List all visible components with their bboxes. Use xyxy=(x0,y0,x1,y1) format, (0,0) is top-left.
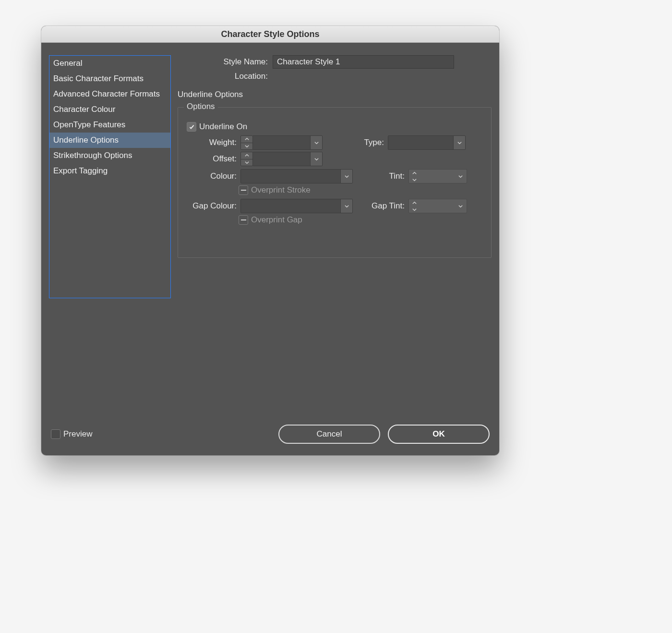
weight-value xyxy=(253,136,310,149)
sidebar-item-general[interactable]: General xyxy=(49,56,170,71)
colour-value xyxy=(241,170,340,183)
chevron-down-icon xyxy=(344,174,349,179)
cancel-button[interactable]: Cancel xyxy=(278,425,380,444)
weight-label: Weight: xyxy=(187,138,240,147)
chevron-down-icon xyxy=(314,157,319,162)
gap-tint-stepper[interactable] xyxy=(408,199,467,213)
chevron-down-icon xyxy=(314,140,319,146)
sidebar-item-export-tagging[interactable]: Export Tagging xyxy=(49,163,170,179)
gap-tint-label: Gap Tint: xyxy=(353,201,408,211)
sidebar-item-underline-options[interactable]: Underline Options xyxy=(49,133,170,148)
window-titlebar: Character Style Options xyxy=(41,26,499,43)
chevron-up-icon xyxy=(244,136,250,142)
ok-button[interactable]: OK xyxy=(388,425,490,444)
chevron-down-icon xyxy=(412,207,417,212)
offset-label: Offset: xyxy=(187,154,240,164)
preview-checkbox[interactable] xyxy=(51,429,60,439)
tint-label: Tint: xyxy=(353,171,408,181)
minus-icon xyxy=(241,219,246,220)
panel-section-title: Underline Options xyxy=(178,90,492,99)
offset-dropdown[interactable] xyxy=(252,152,323,166)
overprint-gap-checkbox[interactable] xyxy=(239,215,248,225)
offset-stepper[interactable] xyxy=(240,152,253,166)
chevron-down-icon xyxy=(458,204,463,209)
type-dropdown[interactable] xyxy=(388,135,466,150)
weight-stepper[interactable] xyxy=(240,135,253,150)
gap-tint-value xyxy=(420,199,454,213)
colour-dropdown[interactable] xyxy=(240,169,353,183)
chevron-down-icon xyxy=(412,177,417,183)
sidebar-item-opentype-features[interactable]: OpenType Features xyxy=(49,117,170,133)
chevron-down-icon xyxy=(244,144,250,149)
window-title: Character Style Options xyxy=(221,29,319,39)
gap-colour-dropdown[interactable] xyxy=(240,199,353,213)
colour-label: Colour: xyxy=(187,171,240,181)
tint-stepper[interactable] xyxy=(408,169,467,183)
underline-on-label: Underline On xyxy=(199,122,247,132)
style-name-label: Style Name: xyxy=(178,57,273,67)
type-value xyxy=(388,136,453,149)
sidebar-item-character-colour[interactable]: Character Colour xyxy=(49,102,170,117)
weight-dropdown[interactable] xyxy=(252,135,323,150)
location-label: Location: xyxy=(178,72,273,81)
chevron-up-icon xyxy=(412,200,417,206)
underline-on-checkbox[interactable] xyxy=(187,122,196,132)
overprint-stroke-label: Overprint Stroke xyxy=(251,185,311,195)
check-icon xyxy=(189,124,195,130)
options-fieldset: Options Underline On Weight: xyxy=(178,107,492,258)
sidebar-item-advanced-character-formats[interactable]: Advanced Character Formats xyxy=(49,86,170,102)
offset-value xyxy=(253,152,310,166)
minus-icon xyxy=(241,190,246,191)
sidebar-item-basic-character-formats[interactable]: Basic Character Formats xyxy=(49,71,170,86)
type-label: Type: xyxy=(323,138,388,147)
category-sidebar: General Basic Character Formats Advanced… xyxy=(49,55,171,298)
overprint-gap-label: Overprint Gap xyxy=(251,215,302,225)
style-name-input[interactable] xyxy=(273,55,454,69)
overprint-stroke-checkbox[interactable] xyxy=(239,185,248,195)
chevron-down-icon xyxy=(344,204,349,209)
preview-label: Preview xyxy=(63,429,92,439)
sidebar-item-strikethrough-options[interactable]: Strikethrough Options xyxy=(49,148,170,163)
fieldset-legend: Options xyxy=(184,102,218,111)
chevron-up-icon xyxy=(412,170,417,176)
gap-colour-value xyxy=(241,199,340,213)
chevron-down-icon xyxy=(458,174,463,179)
gap-colour-label: Gap Colour: xyxy=(187,201,240,211)
dialog-window: Character Style Options General Basic Ch… xyxy=(41,26,499,455)
chevron-down-icon xyxy=(457,140,462,146)
tint-value xyxy=(420,170,454,183)
chevron-down-icon xyxy=(244,160,250,165)
chevron-up-icon xyxy=(244,153,250,158)
